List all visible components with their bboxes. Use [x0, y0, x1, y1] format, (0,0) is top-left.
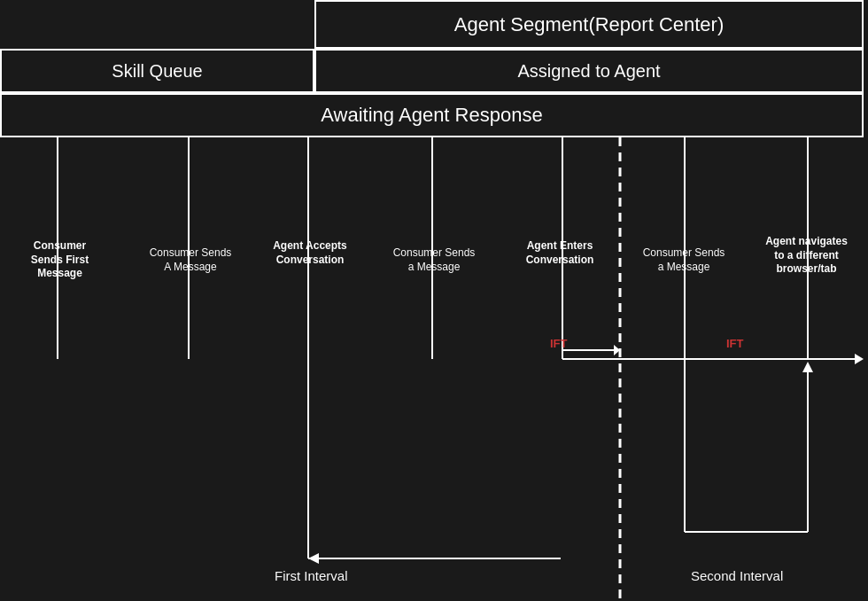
diagram-container: Agent Segment(Report Center) Skill Queue…	[0, 0, 868, 601]
event-label-e5: Agent Enters Conversation	[507, 239, 613, 267]
event-label-e1: Consumer Sends First Message	[4, 239, 115, 281]
skill-queue-label: Skill Queue	[112, 61, 202, 82]
svg-marker-9	[855, 354, 864, 364]
assigned-agent-label: Assigned to Agent	[517, 61, 660, 82]
event-label-e2: Consumer Sends A Message	[137, 246, 244, 274]
event-label-e4: Consumer Sends a Message	[381, 246, 487, 274]
svg-text:IFT: IFT	[726, 337, 744, 350]
assigned-agent-box: Assigned to Agent	[314, 49, 864, 93]
svg-marker-16	[802, 362, 813, 372]
agent-segment-box: Agent Segment(Report Center)	[314, 0, 864, 49]
event-label-e3: Agent Accepts Conversation	[257, 239, 363, 267]
svg-marker-11	[614, 345, 620, 355]
event-label-e7: Agent navigates to a different browser/t…	[751, 235, 862, 277]
svg-text:First Interval: First Interval	[275, 568, 348, 583]
agent-segment-label: Agent Segment(Report Center)	[454, 13, 725, 36]
svg-text:Second Interval: Second Interval	[691, 568, 783, 583]
event-label-e6: Consumer Sends a Message	[631, 246, 737, 274]
awaiting-response-label: Awaiting Agent Response	[321, 104, 542, 127]
skill-queue-box: Skill Queue	[0, 49, 314, 93]
svg-marker-20	[308, 553, 319, 564]
awaiting-response-box: Awaiting Agent Response	[0, 93, 864, 137]
svg-text:IFT: IFT	[550, 337, 568, 350]
